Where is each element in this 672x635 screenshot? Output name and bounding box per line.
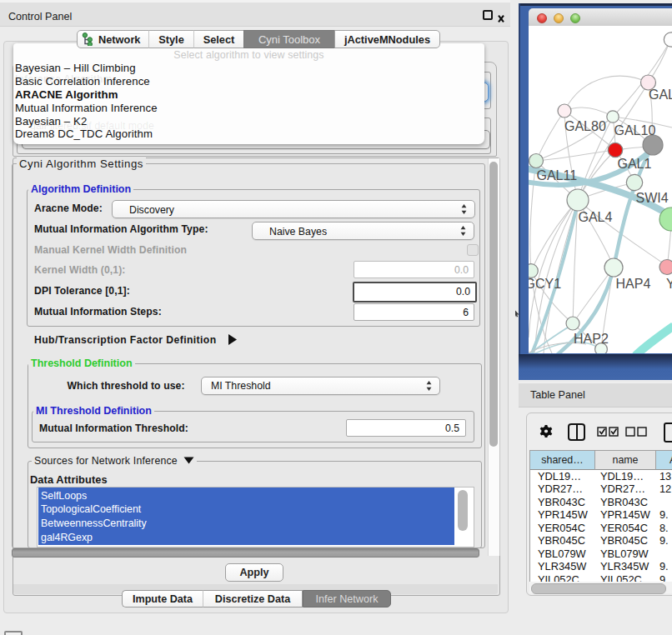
svg-text:GAL11: GAL11 (537, 168, 578, 182)
svg-text:GCY1: GCY1 (529, 277, 561, 291)
svg-text:HAP2: HAP2 (574, 332, 609, 346)
svg-text:GAL4: GAL4 (579, 210, 613, 224)
svg-text:HAP4: HAP4 (616, 277, 651, 291)
svg-text:GAL80: GAL80 (564, 119, 606, 133)
svg-text:GAL10: GAL10 (614, 123, 656, 138)
svg-text:Y: Y (666, 277, 672, 291)
svg-text:GAL: GAL (649, 88, 672, 102)
svg-text:SWI4: SWI4 (636, 191, 669, 205)
svg-text:GAL1: GAL1 (618, 157, 652, 171)
